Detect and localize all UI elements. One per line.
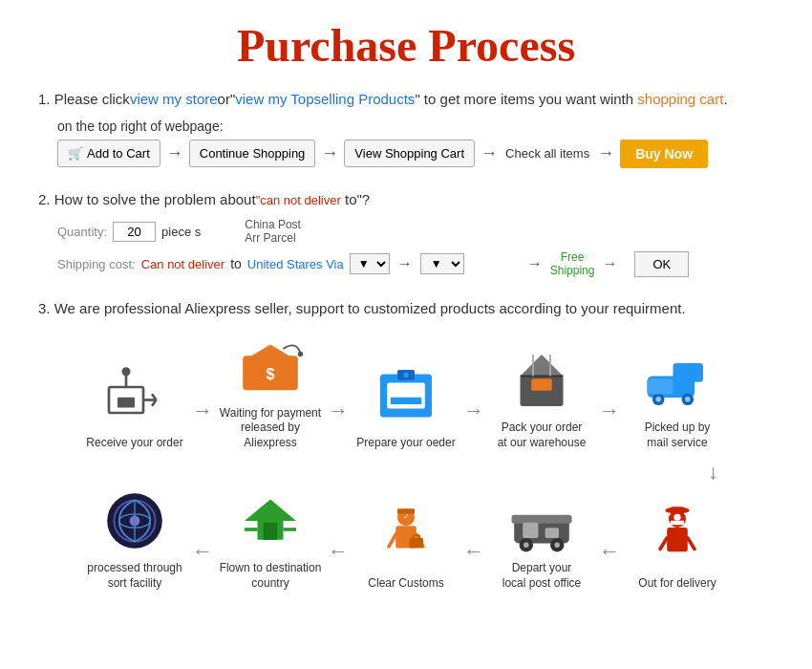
to-text: to: [230, 256, 242, 271]
section2-title: 2. How to solve the problem about"can no…: [38, 189, 774, 211]
sub-label: on the top right of webpage:: [57, 119, 774, 134]
svg-rect-21: [673, 363, 704, 382]
prepare-label: Prepare your oeder: [356, 436, 455, 451]
arrow-r2-1: ←: [599, 539, 620, 591]
pack-order-icon: [507, 346, 576, 415]
section-3: 3. We are professional Aliexpress seller…: [38, 298, 774, 591]
svg-rect-26: [648, 378, 673, 394]
receive-label: Receive your order: [86, 436, 182, 451]
continue-shopping-button[interactable]: Continue Shopping: [189, 140, 316, 167]
qty-label: Quantity:: [57, 225, 107, 239]
step-clear-customs: ✓ Clear Customs: [349, 502, 463, 592]
pickup-mail-icon: [643, 346, 712, 415]
arrow-china: →: [527, 255, 543, 272]
section2-text2: to"?: [341, 191, 370, 207]
svg-point-25: [685, 397, 690, 401]
section1-suffix: " to get more items you want winth shopp…: [415, 91, 727, 107]
arrow2: →: [321, 143, 338, 163]
svg-line-29: [660, 538, 667, 550]
arrow-ok: →: [602, 255, 617, 272]
cannot-deliver-text: "can not deliver: [256, 193, 341, 207]
buy-now-button[interactable]: Buy Now: [620, 140, 708, 168]
step-receive-order: Receive your order: [77, 361, 192, 451]
step-waiting-payment: $ Waiting for paymentreleased by Aliexpr…: [213, 332, 328, 451]
waiting-label: Waiting for paymentreleased by Aliexpres…: [213, 406, 328, 451]
step-flown-destination: Flown to destinationcountry: [213, 486, 328, 591]
view-cart-button[interactable]: View Shopping Cart: [344, 140, 475, 167]
svg-point-38: [524, 543, 528, 548]
view-store-link[interactable]: view my store: [130, 91, 218, 107]
step-pickup-mail: Picked up bymail service: [620, 346, 735, 450]
svg-rect-28: [667, 528, 688, 551]
add-to-cart-button[interactable]: 🛒 Add to Cart: [57, 140, 160, 167]
step2-area: Quantity: piece s China PostArr Parcel S…: [57, 218, 774, 277]
out-delivery-icon: [643, 502, 712, 571]
svg-point-2: [122, 367, 131, 376]
out-delivery-label: Out for delivery: [638, 576, 716, 592]
free-shipping-text: FreeShipping: [550, 250, 595, 277]
svg-point-32: [673, 513, 680, 520]
ship-row: Shipping cost: Can not deliver to United…: [57, 250, 774, 277]
cart-icon: 🛒: [68, 146, 83, 161]
section1-or: or": [218, 91, 236, 107]
via-select[interactable]: ▼: [350, 253, 390, 274]
qty-input[interactable]: [113, 222, 156, 242]
sort-facility-label: processed throughsort facility: [87, 561, 182, 591]
flown-destination-icon: [236, 486, 305, 555]
piece-label: piece s: [161, 225, 201, 239]
arrow-r2-2: ←: [463, 539, 484, 591]
page-title: Purchase Process: [38, 19, 774, 72]
purchase-flow-row: 🛒 Add to Cart → Continue Shopping → View…: [57, 140, 774, 168]
step-sort-facility: processed throughsort facility: [77, 486, 192, 591]
section2-text: 2. How to solve the problem about: [38, 191, 256, 207]
arrow3: →: [481, 143, 498, 163]
svg-marker-8: [249, 344, 292, 357]
prepare-order-icon: [372, 361, 440, 430]
dropdown-select[interactable]: ▼: [420, 253, 464, 274]
section1-text: 1. Please clickview my storeor"view my T…: [38, 89, 774, 111]
arrow-ship: →: [397, 255, 413, 272]
svg-text:✓: ✓: [403, 512, 410, 521]
svg-point-15: [403, 372, 408, 377]
svg-line-45: [389, 534, 395, 547]
clear-customs-icon: ✓: [372, 502, 440, 571]
receive-order-icon: [100, 361, 169, 430]
china-post-label: China PostArr Parcel: [245, 218, 301, 245]
svg-point-10: [298, 351, 303, 356]
svg-point-40: [555, 543, 560, 548]
arrow-r2-4: ←: [192, 539, 213, 591]
section1-prefix: 1. Please click: [38, 91, 130, 107]
step-prepare-order: Prepare your oeder: [349, 361, 463, 451]
svg-rect-3: [118, 397, 135, 407]
flow-row-2: Out for delivery ← Depart yourlocal post…: [38, 486, 774, 591]
clear-customs-label: Clear Customs: [368, 576, 443, 592]
svg-text:$: $: [266, 364, 274, 381]
united-link[interactable]: United Stares Via: [247, 257, 344, 271]
arrow4: →: [597, 143, 614, 163]
ok-button[interactable]: OK: [634, 251, 689, 277]
topselling-link[interactable]: view my Topselling Products: [235, 91, 415, 107]
arrow-r1-1: →: [192, 399, 213, 450]
svg-rect-12: [387, 382, 425, 408]
section3-title: 3. We are professional Aliexpress seller…: [38, 298, 774, 320]
svg-rect-34: [672, 507, 684, 511]
arrow-r1-2: →: [328, 399, 349, 450]
cannot-deliver2: Can not deliver: [141, 257, 224, 271]
step-pack-order: Pack your orderat our warehouse: [484, 346, 599, 450]
pack-label: Pack your orderat our warehouse: [498, 421, 587, 450]
process-flow: Receive your order → $ Waiting for payme…: [38, 332, 774, 592]
sort-facility-icon: [100, 486, 169, 555]
arrow1: →: [166, 143, 183, 163]
china-post-box: China PostArr Parcel: [245, 218, 301, 245]
waiting-payment-icon: $: [236, 332, 305, 400]
shopping-cart-link[interactable]: shopping cart: [637, 91, 723, 107]
pickup-label: Picked up bymail service: [645, 421, 711, 450]
svg-point-23: [656, 397, 661, 401]
svg-marker-17: [521, 355, 564, 377]
depart-post-icon: [507, 486, 576, 555]
step-depart-post: Depart yourlocal post office: [484, 486, 599, 591]
depart-post-label: Depart yourlocal post office: [502, 561, 582, 591]
arrow-r1-3: →: [463, 399, 484, 450]
svg-rect-13: [391, 397, 421, 403]
svg-line-30: [688, 538, 694, 550]
